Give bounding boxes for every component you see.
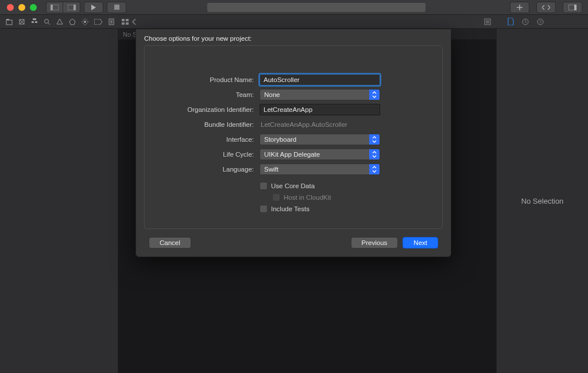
- svg-rect-1: [51, 5, 53, 10]
- test-navigator-icon[interactable]: [69, 18, 76, 25]
- host-cloudkit-checkbox: Host in CloudKit: [272, 192, 442, 203]
- lifecycle-popup[interactable]: UIKit App Delegate: [260, 149, 380, 160]
- inspector-empty-text: No Selection: [521, 197, 564, 205]
- team-popup-value: None: [264, 91, 280, 98]
- svg-rect-17: [122, 19, 125, 21]
- titlebar: [0, 0, 588, 15]
- symbol-navigator-icon[interactable]: [31, 18, 38, 25]
- svg-rect-5: [114, 5, 119, 10]
- team-label: Team:: [145, 91, 260, 98]
- stop-button[interactable]: [107, 2, 126, 13]
- svg-rect-8: [6, 20, 12, 25]
- product-name-label: Product Name:: [145, 76, 260, 83]
- previous-button[interactable]: Previous: [351, 237, 399, 248]
- org-id-input[interactable]: [260, 104, 380, 115]
- language-label: Language:: [145, 166, 260, 173]
- svg-rect-7: [574, 5, 577, 10]
- find-navigator-icon[interactable]: [44, 18, 51, 25]
- history-inspector-icon[interactable]: [522, 18, 529, 25]
- close-window-button[interactable]: [7, 4, 14, 11]
- sidebar-left-icon: [51, 5, 59, 10]
- inspectors-toggle-button[interactable]: [563, 2, 582, 13]
- stop-icon: [114, 5, 119, 10]
- navigator-bar: ?: [0, 15, 588, 29]
- cancel-button[interactable]: Cancel: [149, 237, 191, 248]
- library-button[interactable]: [510, 2, 529, 13]
- sheet-body: Product Name: Team: None: [144, 45, 443, 229]
- main-area: No Selection Choose options for your new…: [0, 29, 588, 373]
- svg-text:?: ?: [539, 20, 542, 25]
- bundle-id-value: LetCreateAnApp.AutoScroller: [260, 121, 347, 128]
- svg-rect-19: [122, 22, 125, 25]
- language-popup-value: Swift: [264, 166, 278, 173]
- inspector-sidebar: No Selection: [496, 29, 588, 373]
- svg-rect-3: [74, 5, 76, 10]
- svg-point-14: [45, 19, 49, 23]
- debug-navigator-icon[interactable]: [82, 18, 88, 25]
- svg-rect-9: [6, 19, 9, 20]
- bundle-id-label: Bundle Identifier:: [145, 121, 260, 128]
- lifecycle-label: Life Cycle:: [145, 151, 260, 158]
- cancel-button-label: Cancel: [160, 239, 180, 246]
- checkbox-box: [260, 182, 268, 190]
- host-cloudkit-label: Host in CloudKit: [284, 194, 331, 201]
- code-review-button[interactable]: [536, 2, 556, 13]
- use-core-data-label: Use Core Data: [271, 182, 315, 189]
- show-navigator-button[interactable]: [63, 2, 80, 13]
- svg-rect-13: [35, 21, 37, 23]
- include-tests-checkbox[interactable]: Include Tests: [260, 203, 442, 215]
- interface-popup-value: Storyboard: [264, 136, 296, 143]
- include-tests-label: Include Tests: [271, 205, 310, 212]
- activity-status-pill: [207, 3, 425, 12]
- plus-icon: [517, 5, 523, 10]
- svg-rect-11: [33, 18, 36, 20]
- help-inspector-icon[interactable]: ?: [537, 18, 544, 25]
- team-popup[interactable]: None: [260, 89, 380, 100]
- lifecycle-popup-value: UIKit App Delegate: [264, 151, 320, 158]
- new-project-options-sheet: Choose options for your new project: Pro…: [136, 29, 451, 257]
- report-navigator-icon[interactable]: [108, 18, 115, 25]
- navigator-toggle-group: [46, 2, 80, 13]
- checkbox-box: [272, 193, 280, 201]
- minimize-window-button[interactable]: [18, 4, 25, 11]
- sidebar-right-icon: [568, 5, 577, 10]
- adjust-editor-icon[interactable]: [483, 18, 492, 25]
- breakpoint-navigator-icon[interactable]: [94, 19, 102, 25]
- sidebar-right-icon: [68, 5, 76, 10]
- hide-navigator-button[interactable]: [46, 2, 63, 13]
- interface-label: Interface:: [145, 136, 260, 143]
- svg-marker-4: [91, 5, 96, 10]
- sheet-title: Choose options for your new project:: [136, 29, 451, 45]
- file-inspector-icon[interactable]: [508, 18, 514, 25]
- project-navigator-icon[interactable]: [6, 18, 13, 25]
- related-items-icon[interactable]: [122, 19, 129, 25]
- next-button[interactable]: Next: [403, 237, 438, 248]
- zoom-window-button[interactable]: [30, 4, 37, 11]
- svg-rect-18: [126, 19, 129, 21]
- editor-area: No Selection Choose options for your new…: [118, 29, 496, 373]
- chevron-up-down-icon: [369, 134, 380, 145]
- svg-point-15: [84, 21, 86, 23]
- interface-popup[interactable]: Storyboard: [260, 134, 380, 145]
- use-core-data-checkbox[interactable]: Use Core Data: [260, 180, 442, 192]
- back-icon[interactable]: [132, 19, 137, 25]
- checkbox-box: [260, 205, 268, 213]
- arrows-left-right-icon: [542, 5, 550, 10]
- navigator-sidebar: [0, 29, 118, 373]
- source-control-navigator-icon[interactable]: [18, 18, 25, 25]
- previous-button-label: Previous: [362, 239, 388, 246]
- org-id-label: Organization Identifier:: [145, 106, 260, 113]
- language-popup[interactable]: Swift: [260, 164, 380, 175]
- activity-area: [126, 3, 506, 12]
- chevron-up-down-icon: [369, 90, 380, 100]
- run-button[interactable]: [84, 2, 103, 13]
- chevron-up-down-icon: [369, 149, 380, 160]
- play-icon: [91, 5, 96, 10]
- chevron-up-down-icon: [369, 164, 380, 174]
- svg-rect-12: [32, 21, 34, 23]
- issue-navigator-icon[interactable]: [56, 18, 63, 25]
- product-name-input[interactable]: [260, 74, 380, 86]
- next-button-label: Next: [413, 239, 427, 246]
- window-controls: [0, 4, 37, 11]
- svg-rect-20: [126, 22, 129, 25]
